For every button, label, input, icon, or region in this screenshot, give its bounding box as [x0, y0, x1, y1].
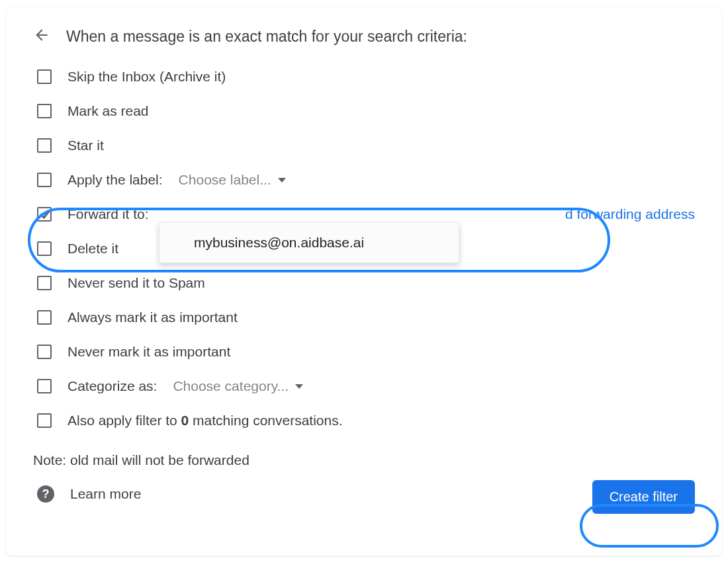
option-mark-read: Mark as read: [33, 103, 695, 119]
categorize-select-text: Choose category...: [173, 378, 289, 394]
option-always-important: Always mark it as important: [33, 309, 695, 325]
add-forwarding-address-link[interactable]: d forwarding address: [565, 206, 695, 222]
checkbox-mark-read[interactable]: [37, 104, 52, 118]
label-star-it: Star it: [68, 138, 104, 153]
checkbox-never-important[interactable]: [37, 345, 52, 359]
checkbox-also-apply[interactable]: [37, 413, 52, 428]
label-also-apply: Also apply filter to 0 matching conversa…: [68, 413, 343, 429]
note-text: Note: old mail will not be forwarded: [33, 452, 695, 468]
checkbox-delete-it[interactable]: [37, 241, 52, 256]
label-forward-it-prefix: Forward it to:: [68, 206, 149, 222]
label-apply-label-prefix: Apply the label:: [68, 172, 163, 188]
label-never-spam: Never send it to Spam: [68, 275, 205, 291]
label-never-important: Never mark it as important: [68, 344, 230, 360]
option-never-spam: Never send it to Spam: [33, 275, 695, 291]
option-star-it: Star it: [33, 138, 695, 153]
checkbox-skip-inbox[interactable]: [37, 69, 52, 84]
footer-row: ? Learn more Create filter: [33, 485, 695, 503]
forward-address-dropdown-item[interactable]: mybusiness@on.aidbase.ai: [159, 222, 459, 263]
option-skip-inbox: Skip the Inbox (Archive it): [33, 69, 695, 85]
option-also-apply: Also apply filter to 0 matching conversa…: [33, 413, 695, 429]
checkbox-apply-label[interactable]: [37, 173, 52, 187]
back-arrow-icon[interactable]: [33, 26, 50, 46]
help-icon[interactable]: ?: [37, 485, 54, 503]
also-apply-count: 0: [181, 413, 189, 428]
learn-more-link[interactable]: Learn more: [70, 486, 141, 502]
apply-label-select-text: Choose label...: [179, 172, 271, 188]
label-delete-it: Delete it: [68, 241, 118, 257]
checkbox-forward-it[interactable]: [37, 207, 52, 222]
filter-actions-panel: When a message is an exact match for you…: [7, 7, 721, 555]
create-filter-button[interactable]: Create filter: [592, 480, 695, 514]
option-never-important: Never mark it as important: [33, 344, 695, 360]
chevron-down-icon: [295, 384, 303, 389]
option-apply-label: Apply the label: Choose label...: [33, 172, 695, 188]
checkbox-always-important[interactable]: [37, 310, 52, 325]
label-categorize-prefix: Categorize as:: [68, 378, 157, 394]
categorize-select[interactable]: Choose category...: [173, 378, 303, 394]
header-row: When a message is an exact match for you…: [33, 26, 695, 46]
option-categorize: Categorize as: Choose category...: [33, 378, 695, 394]
header-title: When a message is an exact match for you…: [66, 28, 467, 46]
label-mark-read: Mark as read: [68, 103, 149, 119]
checkbox-categorize[interactable]: [37, 379, 52, 393]
apply-label-select[interactable]: Choose label...: [179, 172, 286, 188]
also-apply-after: matching conversations.: [189, 413, 342, 428]
forward-address-value: mybusiness@on.aidbase.ai: [194, 235, 364, 251]
checkbox-star-it[interactable]: [37, 138, 52, 153]
also-apply-before: Also apply filter to: [68, 413, 181, 428]
checkbox-never-spam[interactable]: [37, 276, 52, 290]
label-always-important: Always mark it as important: [68, 309, 238, 325]
chevron-down-icon: [278, 178, 286, 183]
option-forward-it: Forward it to: d forwarding address: [33, 206, 695, 222]
label-skip-inbox: Skip the Inbox (Archive it): [68, 69, 226, 85]
